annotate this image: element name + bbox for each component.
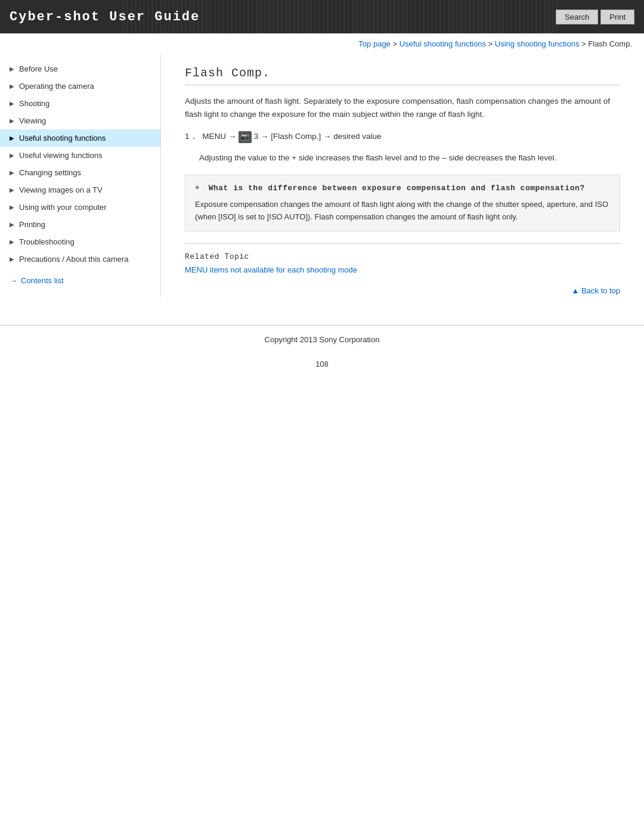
breadcrumb-useful-shooting-link[interactable]: Useful shooting functions <box>400 39 486 48</box>
related-topic-link[interactable]: MENU items not available for each shooti… <box>185 265 620 274</box>
sidebar-item-troubleshooting[interactable]: ▶ Troubleshooting <box>0 233 160 250</box>
back-to-top-link[interactable]: ▲ Back to top <box>571 286 620 295</box>
related-topic-title: Related Topic <box>185 252 620 261</box>
sidebar-item-before-use[interactable]: ▶ Before Use <box>0 60 160 78</box>
breadcrumb-using-shooting-link[interactable]: Using shooting functions <box>495 39 580 48</box>
sidebar-item-viewing-tv[interactable]: ▶ Viewing images on a TV <box>0 181 160 199</box>
arrow-right-icon: → <box>10 276 17 285</box>
back-to-top[interactable]: ▲ Back to top <box>185 286 620 295</box>
sidebar-item-printing[interactable]: ▶ Printing <box>0 216 160 233</box>
description: Adjusts the amount of flash light. Separ… <box>185 95 620 120</box>
sidebar-item-changing-settings[interactable]: ▶ Changing settings <box>0 164 160 181</box>
tip-title: ☀️ What is the difference between exposu… <box>195 182 610 195</box>
tip-icon: ☀️ <box>195 184 200 193</box>
sidebar-label-useful-viewing: Useful viewing functions <box>19 151 102 160</box>
step-list: 1． MENU → 📷 3 → [Flash Comp.] → desired … <box>185 130 620 143</box>
contents-list-anchor[interactable]: Contents list <box>21 276 64 285</box>
sidebar-item-using-computer[interactable]: ▶ Using with your computer <box>0 199 160 216</box>
sidebar-arrow-viewing: ▶ <box>10 117 14 124</box>
sidebar-label-printing: Printing <box>19 220 45 229</box>
sidebar-item-shooting[interactable]: ▶ Shooting <box>0 95 160 112</box>
breadcrumb-sep3: > <box>581 39 588 48</box>
tip-content: Exposure compensation changes the amount… <box>195 199 610 224</box>
sidebar-item-useful-viewing[interactable]: ▶ Useful viewing functions <box>0 147 160 164</box>
print-button[interactable]: Print <box>600 10 634 24</box>
step-item-1: 1． MENU → 📷 3 → [Flash Comp.] → desired … <box>185 130 620 143</box>
sidebar-arrow-changing: ▶ <box>10 169 14 176</box>
sidebar-label-viewing-tv: Viewing images on a TV <box>19 185 103 194</box>
main-content: Flash Comp. Adjusts the amount of flash … <box>161 54 644 313</box>
page-number: 108 <box>0 354 644 374</box>
sidebar-arrow-before-use: ▶ <box>10 66 14 72</box>
header-title: Cyber-shot User Guide <box>10 10 200 24</box>
step-number-1: 1． <box>185 132 198 141</box>
sidebar-arrow-useful-viewing: ▶ <box>10 152 14 159</box>
sidebar-arrow-precautions: ▶ <box>10 256 14 262</box>
contents-list-link[interactable]: → Contents list <box>0 270 160 291</box>
sidebar-label-viewing: Viewing <box>19 116 46 125</box>
sidebar-arrow-printing: ▶ <box>10 221 14 228</box>
sidebar-arrow-useful-shooting: ▶ <box>10 135 14 141</box>
step-1-text: MENU → 📷 3 → [Flash Comp.] → desired val… <box>202 132 381 141</box>
sidebar-arrow-viewing-tv: ▶ <box>10 187 14 193</box>
sidebar-arrow-computer: ▶ <box>10 204 14 210</box>
breadcrumb: Top page > Useful shooting functions > U… <box>0 33 644 54</box>
breadcrumb-sep1: > <box>392 39 399 48</box>
sidebar-label-troubleshooting: Troubleshooting <box>19 237 75 246</box>
sidebar-arrow-shooting: ▶ <box>10 100 14 107</box>
sidebar-item-viewing[interactable]: ▶ Viewing <box>0 112 160 129</box>
sidebar-label-shooting: Shooting <box>19 99 49 108</box>
step-note: Adjusting the value to the + side increa… <box>199 151 620 165</box>
sidebar-label-precautions: Precautions / About this camera <box>19 255 129 264</box>
copyright: Copyright 2013 Sony Corporation <box>265 335 380 344</box>
breadcrumb-current: Flash Comp. <box>588 39 632 48</box>
sidebar-label-operating: Operating the camera <box>19 82 94 91</box>
sidebar-item-operating-camera[interactable]: ▶ Operating the camera <box>0 78 160 95</box>
sidebar-item-precautions[interactable]: ▶ Precautions / About this camera <box>0 250 160 268</box>
sidebar-arrow-troubleshooting: ▶ <box>10 239 14 245</box>
footer: Copyright 2013 Sony Corporation <box>0 325 644 354</box>
camera-icon: 📷 <box>239 131 252 143</box>
sidebar-label-computer: Using with your computer <box>19 203 107 212</box>
sidebar: ▶ Before Use ▶ Operating the camera ▶ Sh… <box>0 54 161 297</box>
header-buttons: Search Print <box>556 10 634 24</box>
sidebar-label-before-use: Before Use <box>19 64 58 73</box>
header: Cyber-shot User Guide Search Print <box>0 0 644 33</box>
layout: ▶ Before Use ▶ Operating the camera ▶ Sh… <box>0 54 644 313</box>
sidebar-label-changing: Changing settings <box>19 168 81 177</box>
breadcrumb-top-link[interactable]: Top page <box>358 39 391 48</box>
page-title: Flash Comp. <box>185 66 620 85</box>
sidebar-item-useful-shooting[interactable]: ▶ Useful shooting functions <box>0 129 160 147</box>
search-button[interactable]: Search <box>556 10 598 24</box>
sidebar-arrow-operating: ▶ <box>10 83 14 89</box>
related-topic-anchor[interactable]: MENU items not available for each shooti… <box>185 265 357 274</box>
sidebar-label-useful-shooting: Useful shooting functions <box>19 134 106 143</box>
related-topic: Related Topic MENU items not available f… <box>185 243 620 274</box>
tip-box: ☀️ What is the difference between exposu… <box>185 175 620 231</box>
breadcrumb-sep2: > <box>488 39 495 48</box>
